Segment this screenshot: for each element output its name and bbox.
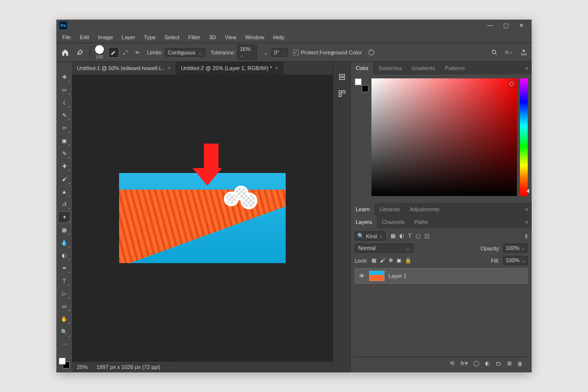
brush-preview[interactable]: 182 (95, 45, 104, 59)
menu-image[interactable]: Image (94, 33, 117, 42)
tab-learn[interactable]: Learn (351, 203, 374, 216)
protect-fg-checkbox[interactable]: ✓ Protect Foreground Color (293, 49, 362, 55)
lasso-tool[interactable]: 𝘓 (58, 97, 71, 108)
menu-layer[interactable]: Layer (118, 33, 139, 42)
edit-toolbar-icon[interactable]: ⋯ (58, 339, 71, 350)
layer-filter-kind[interactable]: 🔍Kind⌄ (355, 231, 386, 241)
limits-select[interactable]: Contiguous (165, 48, 206, 57)
tab-channels[interactable]: Channels (377, 216, 409, 228)
document-tab-2[interactable]: Untitled-2 @ 25% (Layer 1, RGB/8#) *× (176, 62, 283, 74)
filter-type-icon[interactable]: T (408, 233, 412, 239)
panel-menu-icon[interactable]: ≡ (522, 203, 532, 216)
visibility-icon[interactable]: 👁 (358, 273, 365, 279)
workspace-icon[interactable]: ⌄ (505, 49, 513, 56)
minimize-button[interactable]: — (483, 21, 497, 30)
adjustment-icon[interactable]: ◐ (485, 360, 490, 367)
eyedropper-tool[interactable]: ✎ (58, 147, 71, 159)
zoom-value[interactable]: 25% (77, 364, 88, 370)
document-tab-1[interactable]: Untitled-1 @ 50% (edward-howell-l...× (72, 62, 176, 74)
menu-type[interactable]: Type (140, 33, 160, 42)
background-eraser-tool[interactable]: ✦ (58, 211, 71, 223)
gradient-tool[interactable]: ▦ (58, 224, 71, 236)
filter-adjust-icon[interactable]: ◐ (399, 233, 404, 239)
hand-tool[interactable]: ✋ (58, 313, 71, 325)
new-layer-icon[interactable]: ⊞ (507, 360, 512, 367)
layer-name[interactable]: Layer 1 (389, 273, 407, 279)
lock-pixels-icon[interactable]: 🖌 (380, 257, 385, 264)
lock-artboard-icon[interactable]: ▣ (396, 257, 401, 264)
tab-paths[interactable]: Paths (410, 216, 433, 228)
menu-view[interactable]: View (221, 33, 241, 42)
lock-position-icon[interactable]: ✥ (389, 257, 393, 264)
filter-shape-icon[interactable]: ▢ (416, 233, 420, 239)
tool-preset-icon[interactable] (75, 48, 85, 57)
color-field[interactable] (371, 78, 517, 196)
tab-color[interactable]: Color (351, 62, 373, 74)
brush-tool[interactable]: 🖌 (58, 173, 71, 185)
pressure-icon[interactable] (367, 48, 376, 57)
move-tool[interactable]: ✥ (58, 71, 71, 83)
crop-tool[interactable]: ✂ (58, 122, 71, 134)
link-layers-icon[interactable]: ⟲ (450, 360, 454, 367)
blend-mode-select[interactable]: Normal⌄ (355, 244, 414, 253)
color-cursor[interactable] (509, 81, 514, 86)
share-icon[interactable] (520, 49, 528, 56)
history-panel-icon[interactable] (337, 72, 347, 82)
tolerance-input[interactable]: 16% ⌄ (237, 45, 257, 60)
history-brush-tool[interactable]: ↺ (58, 198, 71, 210)
maximize-button[interactable]: ▢ (498, 21, 513, 30)
close-tab-icon[interactable]: × (275, 66, 278, 71)
blur-tool[interactable]: 💧 (58, 237, 71, 248)
tab-swatches[interactable]: Swatches (373, 62, 407, 74)
layer-item[interactable]: 👁 Layer 1 (355, 268, 528, 284)
brush-settings-icon[interactable] (109, 48, 119, 57)
type-tool[interactable]: T (58, 275, 71, 287)
angle-input[interactable]: 0° (271, 48, 288, 57)
filter-toggle-icon[interactable]: ▮ (525, 233, 528, 239)
tab-patterns[interactable]: Patterns (440, 62, 470, 74)
panel-color-swatches[interactable] (355, 78, 368, 92)
panel-bg-color[interactable] (362, 85, 368, 92)
healing-tool[interactable]: ✚ (58, 160, 71, 172)
lock-transparency-icon[interactable]: ▦ (371, 257, 376, 264)
menu-window[interactable]: Window (241, 33, 268, 42)
search-icon[interactable] (490, 49, 498, 56)
close-button[interactable]: ✕ (514, 21, 529, 30)
tab-gradients[interactable]: Gradients (407, 62, 440, 74)
menu-edit[interactable]: Edit (76, 33, 93, 42)
zoom-tool[interactable]: 🔍 (58, 326, 71, 338)
lock-all-icon[interactable]: 🔒 (405, 257, 412, 264)
menu-help[interactable]: Help (270, 33, 289, 42)
filter-smart-icon[interactable]: ◫ (424, 233, 429, 239)
properties-panel-icon[interactable] (337, 88, 347, 99)
fill-input[interactable]: 100%⌄ (503, 256, 528, 265)
foreground-color[interactable] (59, 358, 66, 365)
group-icon[interactable]: 🗀 (496, 361, 501, 367)
fx-icon[interactable]: fx▾ (460, 360, 467, 367)
toolbar-grip[interactable]: ∷ (63, 65, 66, 69)
marquee-tool[interactable]: ▭ (58, 84, 71, 96)
hue-slider[interactable] (520, 78, 528, 196)
filter-pixel-icon[interactable]: ▦ (391, 233, 395, 239)
stamp-tool[interactable]: ▲ (58, 186, 71, 197)
tab-layers[interactable]: Layers (351, 216, 377, 228)
tab-adjustments[interactable]: Adjustments (405, 203, 444, 216)
mask-icon[interactable]: ◯ (473, 360, 479, 367)
brush-angle-icon[interactable] (132, 48, 142, 57)
menu-select[interactable]: Select (161, 33, 184, 42)
dodge-tool[interactable]: ◐ (58, 249, 71, 261)
quick-select-tool[interactable]: ✎ (58, 109, 71, 121)
layer-thumbnail[interactable] (369, 270, 385, 281)
pen-tool[interactable]: ✒ (58, 262, 71, 274)
menu-file[interactable]: File (58, 33, 75, 42)
menu-3d[interactable]: 3D (205, 33, 220, 42)
trash-icon[interactable]: 🗑 (517, 361, 523, 367)
frame-tool[interactable]: ▣ (58, 135, 71, 147)
close-tab-icon[interactable]: × (168, 66, 171, 71)
panel-menu-icon[interactable]: ≡ (522, 216, 532, 228)
color-swatches[interactable] (58, 357, 71, 369)
hue-cursor[interactable] (526, 189, 529, 193)
path-select-tool[interactable]: ▷ (58, 288, 71, 299)
panel-menu-icon[interactable]: ≡ (522, 62, 532, 74)
menu-filter[interactable]: Filter (184, 33, 204, 42)
